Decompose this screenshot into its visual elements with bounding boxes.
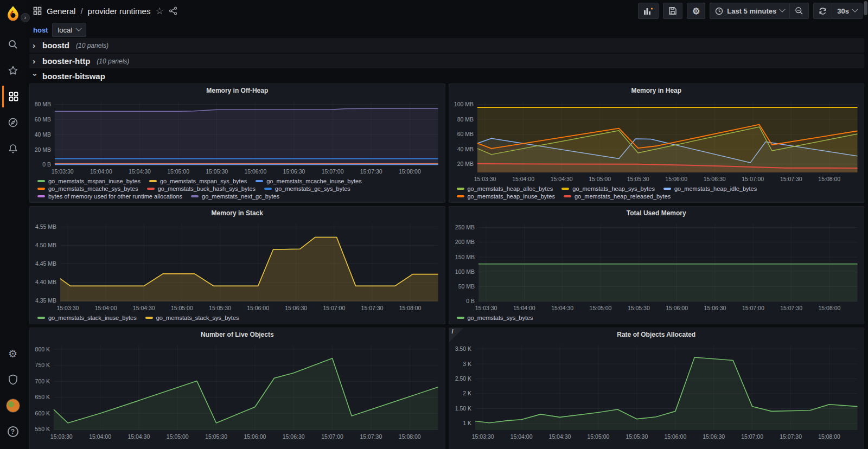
legend-item[interactable]: go_memstats_mcache_sys_bytes [37, 185, 138, 192]
save-dashboard-button[interactable] [663, 3, 682, 19]
legend-item[interactable]: go_memstats_heap_idle_bytes [663, 185, 757, 192]
x-tick-label: 15:07:30 [360, 434, 382, 440]
legend-swatch [264, 188, 272, 190]
refresh-button[interactable] [813, 3, 832, 19]
server-admin-shield-icon[interactable] [2, 369, 24, 390]
y-tick-label: 3 K [463, 361, 471, 367]
panel-chart[interactable]: 15:03:3015:04:0015:04:3015:05:0015:05:30… [30, 97, 445, 178]
panel-chart[interactable]: 15:03:3015:04:0015:04:3015:05:0015:05:30… [30, 220, 445, 315]
x-tick-label: 15:05:30 [206, 169, 228, 175]
legend-label: go_memstats_mspan_inuse_bytes [48, 178, 141, 184]
legend-item[interactable]: go_memstats_gc_sys_bytes [264, 185, 350, 192]
panel-info-corner[interactable]: i [449, 328, 463, 342]
y-tick-label: 40 MB [457, 146, 473, 152]
zoom-out-button[interactable] [790, 3, 809, 19]
variable-host-label[interactable]: host [33, 26, 48, 34]
x-tick-label: 15:05:00 [167, 169, 189, 175]
legend-item[interactable]: go_memstats_heap_inuse_bytes [457, 193, 555, 200]
legend-item[interactable]: go_memstats_stack_inuse_bytes [37, 315, 137, 321]
y-tick-label: 800 K [35, 347, 50, 352]
add-panel-button[interactable] [638, 3, 659, 19]
dashboard-grid-icon[interactable] [33, 7, 42, 15]
panel-chart[interactable]: 15:03:3015:04:0015:04:3015:05:0015:05:30… [30, 341, 445, 443]
x-tick-label: 15:03:30 [475, 305, 497, 311]
x-tick-label: 15:08:00 [818, 176, 840, 182]
panel-legend: go_memstats_mspan_inuse_bytesgo_memstats… [30, 178, 445, 202]
expand-sidebar-chevron[interactable]: › [21, 13, 30, 22]
y-tick-label: 650 K [35, 394, 50, 400]
legend-item[interactable]: go_memstats_heap_released_bytes [564, 193, 671, 200]
legend-item[interactable]: go_memstats_next_gc_bytes [191, 193, 279, 200]
x-tick-label: 15:07:30 [361, 305, 384, 311]
legend-swatch [37, 180, 45, 182]
x-tick-label: 15:07:30 [780, 434, 802, 440]
help-icon[interactable]: ? [2, 421, 24, 442]
dashboards-icon[interactable] [2, 86, 24, 107]
configuration-gear-icon[interactable]: ⚙ [2, 343, 24, 364]
legend-item[interactable]: go_memstats_heap_alloc_bytes [457, 185, 553, 192]
row-header-boostd[interactable]: › boostd (10 panels) [29, 38, 864, 53]
y-tick-label: 100 MB [455, 269, 474, 275]
x-tick-label: 15:04:30 [548, 434, 571, 440]
x-tick-label: 15:06:30 [704, 305, 726, 311]
panel-title[interactable]: Number of Live Objects [30, 328, 445, 341]
panel-rate-of-objects-allocated: i Rate of Objects Allocated 15:03:3015:0… [449, 328, 865, 449]
starred-icon[interactable] [2, 60, 24, 81]
favorite-star-icon[interactable]: ☆ [155, 5, 163, 17]
x-tick-label: 15:07:00 [322, 169, 344, 175]
explore-compass-icon[interactable] [2, 112, 24, 133]
row-header-booster-http[interactable]: › booster-http (10 panels) [29, 54, 864, 68]
y-tick-label: 4.35 MB [35, 298, 56, 304]
panel-title[interactable]: Rate of Objects Allocated [449, 328, 864, 341]
scrollbar-thumb[interactable] [864, 1, 867, 15]
panel-chart[interactable]: 15:03:3015:04:0015:04:3015:05:0015:05:30… [449, 341, 864, 443]
x-tick-label: 15:07:00 [742, 305, 764, 311]
x-tick-label: 15:03:30 [57, 305, 79, 311]
y-tick-label: 80 MB [457, 117, 473, 123]
share-icon[interactable] [169, 7, 177, 15]
alerting-bell-icon[interactable] [2, 138, 24, 159]
y-tick-label: 4.55 MB [35, 224, 56, 230]
time-range-label: Last 5 minutes [727, 7, 776, 15]
y-tick-label: 0 B [42, 162, 51, 168]
grafana-logo[interactable] [5, 5, 21, 24]
variable-host-select[interactable]: local [52, 23, 86, 37]
series-area [55, 108, 438, 165]
chevron-down-icon [780, 7, 786, 12]
legend-item[interactable]: go_memstats_buck_hash_sys_bytes [147, 185, 256, 192]
x-tick-label: 15:05:00 [589, 176, 611, 182]
panel-title[interactable]: Memory in Off-Heap [30, 84, 445, 97]
page-title[interactable]: provider runtimes [88, 7, 151, 16]
x-tick-label: 15:04:30 [127, 434, 150, 440]
panel-chart[interactable]: 15:03:3015:04:0015:04:3015:05:0015:05:30… [449, 220, 864, 315]
panel-chart[interactable]: 15:03:3015:04:0015:04:3015:05:0015:05:30… [449, 97, 864, 185]
x-tick-label: 15:04:30 [129, 169, 151, 175]
refresh-interval-picker[interactable]: 30s [832, 3, 863, 19]
panel-title[interactable]: Memory in Stack [30, 207, 445, 220]
legend-swatch [37, 195, 45, 197]
legend-swatch [147, 188, 155, 190]
profile-avatar[interactable] [2, 395, 24, 416]
legend-item[interactable]: go_memstats_sys_bytes [457, 315, 533, 321]
chevron-down-icon [852, 7, 858, 12]
dashboard-settings-button[interactable]: ⚙ [687, 3, 705, 19]
row-header-booster-bitswap[interactable]: › booster-bitswap [29, 69, 864, 82]
legend-item[interactable]: go_memstats_mcache_inuse_bytes [256, 178, 361, 184]
x-tick-label: 15:04:00 [95, 305, 117, 311]
legend-item[interactable]: go_memstats_mspan_sys_bytes [149, 178, 247, 184]
x-tick-label: 15:05:00 [589, 305, 611, 311]
breadcrumb-section[interactable]: General [47, 7, 75, 16]
legend-swatch [191, 195, 199, 197]
y-tick-label: 4.45 MB [35, 261, 56, 267]
search-icon[interactable] [2, 34, 24, 55]
panel-title[interactable]: Total Used Memory [449, 207, 864, 220]
x-tick-label: 15:08:00 [818, 434, 840, 440]
legend-label: go_memstats_sys_bytes [468, 315, 533, 321]
legend-item[interactable]: bytes of memory used for other runtime a… [37, 193, 182, 200]
legend-item[interactable]: go_memstats_mspan_inuse_bytes [37, 178, 141, 184]
legend-item[interactable]: go_memstats_stack_sys_bytes [145, 315, 239, 321]
time-range-picker[interactable]: Last 5 minutes [710, 3, 790, 19]
y-tick-label: 0 B [466, 298, 475, 304]
legend-item[interactable]: go_memstats_heap_sys_bytes [561, 185, 655, 192]
panel-title[interactable]: Memory in Heap [449, 84, 864, 97]
